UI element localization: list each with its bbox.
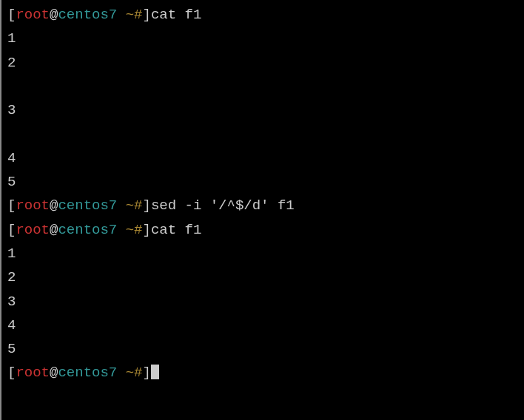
path: ~#: [126, 365, 143, 381]
terminal-line: 4: [7, 146, 518, 170]
terminal-line: 3: [7, 98, 518, 122]
at-sign: @: [50, 222, 58, 238]
output-text: 3: [7, 102, 16, 118]
output-text: 4: [7, 150, 16, 166]
output-text: 5: [7, 174, 16, 190]
host: centos7: [58, 365, 117, 381]
terminal-line: [7, 122, 518, 146]
terminal-line: 2: [7, 51, 518, 75]
output-text: 2: [7, 55, 16, 71]
terminal-line: 3: [7, 290, 518, 314]
terminal-line: 5: [7, 337, 518, 361]
at-sign: @: [50, 7, 58, 23]
user: root: [16, 7, 50, 23]
command-text: sed -i '/^$/d' f1: [151, 197, 295, 214]
close-bracket: ]: [142, 365, 150, 381]
terminal-line: [root@centos7 ~#]cat f1: [7, 3, 518, 27]
cursor: [151, 365, 159, 379]
prompt: [root@centos7 ~#]: [7, 222, 151, 238]
path: ~#: [126, 197, 143, 214]
host: centos7: [58, 222, 117, 238]
output-text: 1: [7, 30, 16, 47]
host: centos7: [58, 7, 117, 23]
prompt: [root@centos7 ~#]: [7, 7, 151, 23]
host: centos7: [58, 197, 117, 214]
output-text: 3: [7, 294, 16, 310]
prompt: [root@centos7 ~#]: [7, 197, 151, 214]
open-bracket: [: [7, 7, 16, 23]
close-bracket: ]: [142, 7, 150, 23]
terminal-line: [root@centos7 ~#]: [7, 361, 518, 385]
close-bracket: ]: [142, 197, 150, 214]
user: root: [16, 222, 50, 238]
output-text: [7, 78, 16, 95]
at-sign: @: [50, 197, 58, 214]
close-bracket: ]: [142, 222, 150, 238]
at-sign: @: [50, 365, 58, 381]
output-text: 4: [7, 317, 16, 333]
output-text: [7, 126, 16, 142]
output-text: 1: [7, 245, 16, 262]
terminal-line: [7, 75, 518, 98]
terminal-line: 5: [7, 170, 518, 194]
command-text: cat f1: [151, 7, 201, 23]
path: ~#: [126, 222, 143, 238]
path: ~#: [126, 7, 143, 23]
open-bracket: [: [7, 365, 16, 381]
open-bracket: [: [7, 197, 16, 214]
output-text: 5: [7, 341, 16, 357]
terminal-line: 1: [7, 27, 518, 50]
terminal-line: 4: [7, 314, 518, 337]
terminal-line: 1: [7, 242, 518, 265]
user: root: [16, 365, 50, 381]
terminal[interactable]: [root@centos7 ~#]cat f112 3 45[root@cent…: [7, 3, 518, 385]
command-text: cat f1: [151, 222, 201, 238]
terminal-line: [root@centos7 ~#]cat f1: [7, 218, 518, 242]
user: root: [16, 197, 50, 214]
terminal-line: [root@centos7 ~#]sed -i '/^$/d' f1: [7, 194, 518, 217]
prompt: [root@centos7 ~#]: [7, 365, 151, 381]
open-bracket: [: [7, 222, 16, 238]
terminal-line: 2: [7, 265, 518, 289]
output-text: 2: [7, 269, 16, 285]
